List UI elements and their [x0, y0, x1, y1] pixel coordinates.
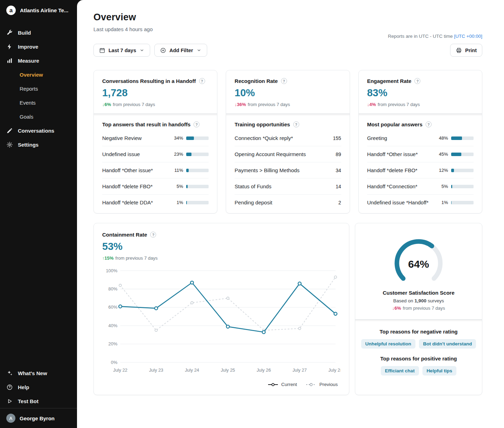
stat-value: 83% [367, 87, 474, 99]
sidebar-item-label: Settings [18, 142, 38, 148]
question-icon[interactable]: ? [414, 78, 420, 84]
sidebar-item-label: What's New [18, 370, 47, 376]
list-item: Handoff *delete FBO*5% [102, 178, 209, 195]
sidebar-item-reports[interactable]: Reports [0, 82, 77, 96]
plus-circle-icon [160, 47, 166, 54]
negative-reasons-title: Top reasons for negative rating [361, 329, 476, 335]
sidebar-spacer [0, 152, 77, 366]
delta-row: ↑15%from previous 7 days [102, 255, 341, 261]
svg-text:40%: 40% [108, 323, 118, 328]
handoff-answers-list: Top answers that result in handoffs ? Ne… [94, 113, 217, 213]
user-menu[interactable]: A George Byron [0, 408, 77, 428]
card-title: Engagement Rate [367, 78, 412, 84]
list-item: Opening Account Requirments89 [234, 146, 341, 162]
main-content: Overview Last updates 4 hours ago Report… [77, 0, 504, 428]
svg-text:0%: 0% [111, 360, 118, 365]
delta-note: from previous 7 days [378, 102, 420, 107]
calendar-icon [99, 47, 105, 54]
question-icon[interactable]: ? [194, 121, 200, 127]
list-item: Handoff *Connection*5% [367, 178, 474, 195]
sidebar-item-settings[interactable]: Settings [0, 138, 77, 152]
positive-reasons-title: Top reasons for positive rating [361, 356, 476, 362]
percent-bar [186, 201, 209, 204]
section-title: Training opportunities [234, 121, 290, 127]
print-button[interactable]: Print [450, 44, 482, 57]
question-icon[interactable]: ? [150, 232, 156, 238]
sidebar-item-improve[interactable]: Improve [0, 40, 77, 54]
chevron-down-icon [196, 48, 202, 53]
delta-row: ↓6%from previous 7 days [102, 102, 209, 107]
stat-value: 53% [102, 241, 341, 252]
sidebar-item-conversations[interactable]: Conversations [0, 124, 77, 138]
list-item: Greeting48% [367, 130, 474, 146]
delta-value: ↓4% [367, 102, 376, 107]
sidebar-item-measure[interactable]: Measure [0, 54, 77, 68]
percent-bar [186, 169, 209, 172]
sidebar-item-whats-new[interactable]: What's New [0, 366, 77, 380]
sidebar-item-label: Conversations [18, 128, 54, 134]
list-item: Status of Funds14 [234, 178, 341, 195]
app-logo-icon: a [6, 6, 16, 15]
list-item: Pending deposit2 [234, 195, 341, 210]
stat-cards-row: Conversations Resulting in a Handoff ? 1… [93, 70, 482, 213]
svg-text:July 26: July 26 [257, 367, 271, 373]
gear-icon [6, 141, 13, 148]
current-line-marker-icon [268, 383, 278, 387]
question-icon[interactable]: ? [293, 121, 299, 127]
reason-tag: Bot didn't understand [419, 339, 476, 349]
delta-value: ↓36% [234, 102, 246, 107]
question-icon[interactable]: ? [426, 121, 432, 127]
sidebar-item-test-bot[interactable]: Test Bot [0, 394, 77, 408]
sidebar-item-events[interactable]: Events [0, 96, 77, 110]
add-filter-button[interactable]: Add Filter [154, 44, 207, 57]
stat-value: 10% [234, 87, 341, 99]
engagement-card: Engagement Rate ? 83% ↓4%from previous 7… [358, 70, 482, 213]
list-item: Connection *Quick reply*155 [234, 130, 341, 146]
list-item: Undefined issue *Handoff*1% [367, 195, 474, 210]
date-range-label: Last 7 days [108, 48, 136, 53]
svg-text:80%: 80% [108, 286, 118, 292]
svg-text:100%: 100% [106, 268, 117, 273]
sidebar-item-build[interactable]: Build [0, 26, 77, 40]
sidebar-item-goals[interactable]: Goals [0, 110, 77, 124]
containment-rate-line-chart: 0%20%40%60%80%100%July 22July 23July 24J… [102, 266, 341, 381]
card-title: Recognition Rate [234, 78, 278, 84]
date-range-filter-button[interactable]: Last 7 days [93, 44, 150, 57]
section-title: Top answers that result in handoffs [102, 121, 190, 127]
question-icon[interactable]: ? [281, 78, 287, 84]
sidebar-item-help[interactable]: Help [0, 380, 77, 394]
percent-bar [451, 201, 474, 204]
legend-previous: Previous [306, 382, 338, 387]
sparkles-icon [6, 370, 13, 377]
delta-note: from previous 7 days [403, 306, 445, 311]
svg-text:July 28: July 28 [328, 367, 341, 373]
svg-text:July 23: July 23 [149, 367, 163, 373]
percent-bar [186, 185, 209, 188]
sidebar-item-overview[interactable]: Overview [0, 68, 77, 82]
question-icon[interactable]: ? [199, 78, 205, 84]
csat-gauge-section: 64% Customer Satisfaction Score Based on… [355, 223, 482, 319]
avatar: A [6, 414, 15, 423]
svg-text:July 24: July 24 [185, 367, 199, 373]
list-item: Undefined issue23% [102, 146, 209, 162]
sidebar-item-label: Goals [20, 114, 33, 120]
sidebar-item-label: Build [18, 30, 31, 36]
lightning-icon [6, 43, 13, 50]
csat-card: 64% Customer Satisfaction Score Based on… [355, 223, 482, 395]
percent-bar [451, 185, 474, 188]
recognition-stat: Recognition Rate ? 10% ↓36%from previous… [226, 70, 349, 113]
delta-row: ↓6%from previous 7 days [364, 306, 474, 311]
page-title: Overview [93, 12, 482, 23]
sidebar-item-label: Test Bot [18, 398, 38, 404]
training-opportunities-list: Training opportunities ? Connection *Qui… [226, 113, 349, 213]
sidebar-item-label: Help [18, 384, 29, 390]
handoff-stat: Conversations Resulting in a Handoff ? 1… [94, 70, 217, 113]
workspace-switcher[interactable]: a Atlantis Airline Te... [0, 0, 77, 20]
utc-timezone-link[interactable]: [UTC +00:00] [454, 34, 482, 39]
previous-line-marker-icon [306, 383, 316, 387]
help-icon [6, 384, 13, 391]
csat-gauge-value: 64% [389, 258, 448, 270]
stat-value: 1,728 [102, 87, 209, 99]
section-title: Most popular answers [367, 121, 422, 127]
svg-text:20%: 20% [108, 341, 118, 346]
